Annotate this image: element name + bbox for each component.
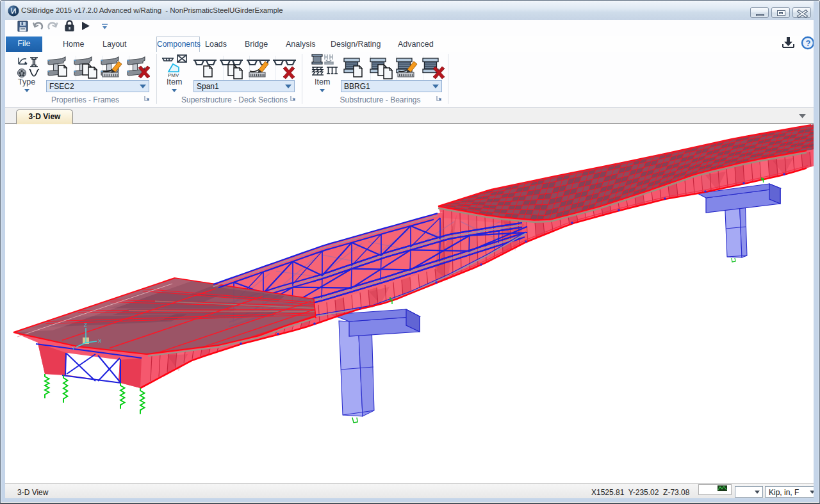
svg-text:X: X [98,338,102,344]
svg-text:Y: Y [72,345,76,351]
svg-text:?: ? [806,38,811,48]
svg-text:Z: Z [84,322,87,328]
